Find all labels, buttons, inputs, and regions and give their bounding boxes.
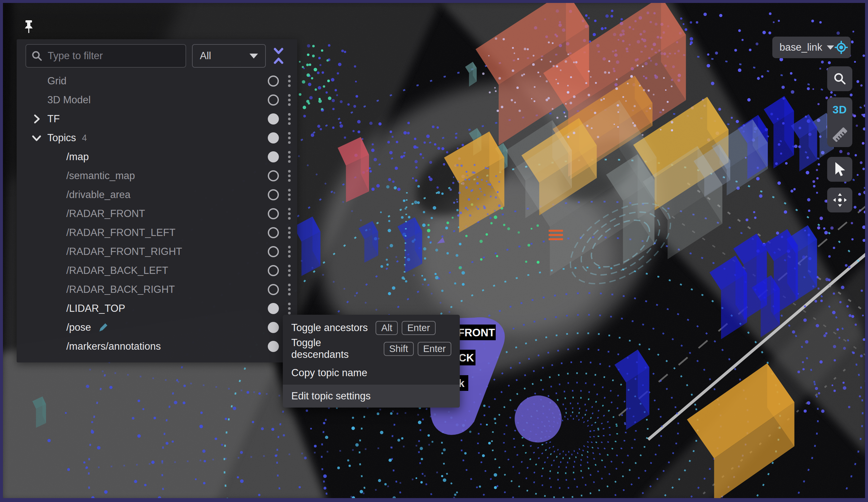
visibility-toggle[interactable] (268, 341, 279, 352)
layer-label: Topics (47, 132, 76, 144)
visibility-toggle[interactable] (268, 76, 279, 87)
topic-count-badge: 4 (82, 133, 87, 143)
layer-label: Grid (47, 75, 66, 87)
visibility-toggle[interactable] (268, 132, 279, 143)
shortcut-keys: AltEnter (375, 321, 435, 335)
topic-context-menu: Toggle ancestorsAltEnterToggle descendan… (283, 315, 460, 408)
layer-row--radar-front-left[interactable]: /RADAR_FRONT_LEFT (17, 223, 297, 242)
row-menu-kebab-icon[interactable] (287, 188, 292, 202)
visibility-toggle[interactable] (268, 246, 279, 257)
filter-scope-dropdown[interactable]: All (192, 44, 266, 68)
visibility-toggle[interactable] (268, 94, 279, 106)
row-menu-kebab-icon[interactable] (287, 263, 292, 278)
row-menu-kebab-icon[interactable] (287, 207, 292, 221)
layer-row--markers-annotations[interactable]: /markers/annotations (17, 337, 297, 356)
key-chip: Enter (402, 321, 435, 335)
chevron-down-icon (827, 46, 834, 50)
layer-tree: Grid3D ModelTFTopics4/map/semantic_map/d… (17, 72, 297, 356)
row-menu-kebab-icon[interactable] (287, 301, 292, 316)
layer-row-tf[interactable]: TF (17, 110, 297, 129)
chevron-right-icon[interactable] (32, 114, 47, 124)
filter-input[interactable] (47, 50, 180, 62)
collapse-all-button[interactable] (268, 44, 289, 68)
layer-row--semantic-map[interactable]: /semantic_map (17, 166, 297, 185)
layer-label: /RADAR_FRONT_RIGHT (66, 246, 182, 258)
visibility-toggle[interactable] (268, 208, 279, 219)
row-menu-kebab-icon[interactable] (287, 169, 292, 183)
layer-label: /drivable_area (66, 189, 130, 201)
svg-text:FRONT: FRONT (458, 327, 495, 339)
measure-tool-button[interactable] (827, 122, 852, 147)
layer-row--pose[interactable]: /pose (17, 318, 297, 337)
visibility-toggle[interactable] (268, 151, 279, 162)
row-menu-kebab-icon[interactable] (287, 150, 292, 164)
layer-label: /RADAR_FRONT (66, 208, 145, 220)
visibility-toggle[interactable] (268, 170, 279, 181)
visibility-toggle[interactable] (268, 189, 279, 200)
layer-label: /RADAR_BACK_LEFT (66, 265, 168, 277)
key-chip: Enter (418, 342, 451, 356)
menu-item-label: Toggle ancestors (291, 322, 368, 334)
row-menu-kebab-icon[interactable] (287, 112, 292, 126)
layer-row--drivable-area[interactable]: /drivable_area (17, 185, 297, 204)
layer-row--map[interactable]: /map (17, 148, 297, 166)
menu-item-label: Copy topic name (291, 367, 368, 379)
layer-row-topics[interactable]: Topics4 (17, 129, 297, 148)
select-tool-button[interactable] (827, 157, 852, 182)
pin-panel-button[interactable] (22, 20, 35, 36)
filter-scope-value: All (200, 50, 211, 62)
row-menu-kebab-icon[interactable] (287, 74, 292, 88)
visibility-toggle[interactable] (268, 113, 279, 124)
layer-row--radar-front[interactable]: /RADAR_FRONT (17, 204, 297, 223)
layer-row-3d-model[interactable]: 3D Model (17, 91, 297, 110)
layer-label: /pose (66, 322, 91, 333)
menu-item-toggle-ancestors[interactable]: Toggle ancestorsAltEnter (283, 317, 460, 338)
layer-label: 3D Model (47, 94, 91, 106)
key-chip: Alt (375, 321, 398, 335)
menu-item-toggle-descendants[interactable]: Toggle descendantsShiftEnter (283, 338, 460, 359)
crosshair-target-icon (834, 40, 848, 54)
display-frame-selector[interactable]: base_link (772, 37, 851, 58)
topic-settings-panel: All Grid3D ModelTFTopics4/map/semantic_m… (17, 39, 297, 362)
row-menu-kebab-icon[interactable] (287, 282, 292, 297)
layer-row--radar-front-right[interactable]: /RADAR_FRONT_RIGHT (17, 242, 297, 261)
menu-item-copy-topic-name[interactable]: Copy topic name (283, 362, 460, 383)
layer-label: /semantic_map (66, 170, 135, 182)
svg-text:CK: CK (458, 352, 474, 364)
display-frame-value: base_link (779, 41, 822, 53)
menu-item-label: Toggle descendants (291, 337, 376, 361)
filter-search-field[interactable] (25, 44, 186, 68)
chevron-down-icon[interactable] (32, 133, 47, 143)
follow-frame-button[interactable] (834, 40, 848, 54)
pan-move-button[interactable] (827, 188, 852, 212)
layer-label: /LIDAR_TOP (66, 303, 125, 314)
row-menu-kebab-icon[interactable] (287, 131, 292, 145)
layer-label: /RADAR_FRONT_LEFT (66, 227, 175, 239)
row-menu-kebab-icon[interactable] (287, 93, 292, 107)
view-mode-group: 3D (827, 97, 852, 147)
visibility-toggle[interactable] (268, 303, 279, 314)
edited-pencil-icon (97, 322, 109, 333)
visibility-toggle[interactable] (268, 284, 279, 295)
layer-row-grid[interactable]: Grid (17, 72, 297, 91)
ruler-icon (831, 126, 848, 143)
menu-item-edit-topic-settings[interactable]: Edit topic settings (283, 385, 460, 408)
layer-label: /RADAR_BACK_RIGHT (66, 284, 175, 295)
layer-row--radar-back-left[interactable]: /RADAR_BACK_LEFT (17, 261, 297, 280)
visibility-toggle[interactable] (268, 322, 279, 333)
chevron-down-icon (249, 53, 258, 59)
collapse-all-icon (272, 47, 285, 66)
visibility-toggle[interactable] (268, 265, 279, 276)
search-icon (834, 72, 846, 85)
row-menu-kebab-icon[interactable] (287, 244, 292, 259)
row-menu-kebab-icon[interactable] (287, 225, 292, 240)
layer-row--lidar-top[interactable]: /LIDAR_TOP (17, 299, 297, 318)
search-icon (31, 50, 42, 61)
filter-row: All (17, 39, 297, 68)
layer-row--radar-back-right[interactable]: /RADAR_BACK_RIGHT (17, 280, 297, 299)
visibility-toggle[interactable] (268, 227, 279, 238)
toggle-3d-mode-button[interactable]: 3D (827, 97, 852, 122)
move-pan-icon (833, 192, 847, 208)
cursor-arrow-icon (833, 161, 847, 177)
scene-search-button[interactable] (827, 66, 852, 91)
